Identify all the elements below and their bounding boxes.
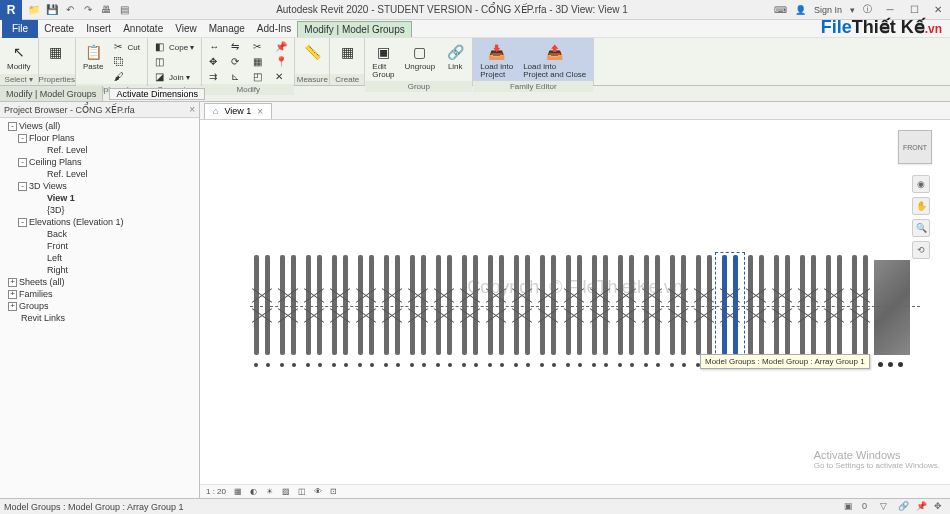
gate-segment[interactable] <box>718 255 742 365</box>
array-button[interactable]: ▦ <box>250 55 268 69</box>
paste-button[interactable]: 📋 Paste <box>80 40 106 73</box>
status-select-icon[interactable]: ▣ <box>844 501 856 513</box>
tree-expand-icon[interactable]: + <box>8 290 17 299</box>
tree-item[interactable]: -3D Views <box>0 180 199 192</box>
trim-button[interactable]: ⊾ <box>228 70 246 84</box>
gate-segment[interactable] <box>692 255 716 365</box>
gate-segment[interactable] <box>588 255 612 365</box>
modify-button[interactable]: ↖ Modify <box>4 40 34 73</box>
hide-icon[interactable]: 👁 <box>314 487 324 497</box>
detail-level-icon[interactable]: ▦ <box>234 487 244 497</box>
tab-view[interactable]: View <box>169 21 203 36</box>
minimize-button[interactable]: ─ <box>878 0 902 20</box>
tree-item[interactable]: -Floor Plans <box>0 132 199 144</box>
pin-button[interactable]: 📌 <box>272 40 290 54</box>
maximize-button[interactable]: ☐ <box>902 0 926 20</box>
tree-item[interactable]: +Sheets (all) <box>0 276 199 288</box>
canvas-tab-view1[interactable]: ⌂ View 1 × <box>204 103 272 119</box>
gate-segment[interactable] <box>328 255 352 365</box>
properties-button[interactable]: ▦ <box>43 40 69 64</box>
tree-item[interactable]: Right <box>0 264 199 276</box>
drawing-canvas[interactable]: FRONT ◉ ✋ 🔍 ⟲ Model Groups : Model Group… <box>200 120 950 484</box>
tree-item[interactable]: +Families <box>0 288 199 300</box>
info-icon[interactable]: ⓘ <box>863 3 872 16</box>
gate-end-panel[interactable] <box>874 255 914 365</box>
measure-button[interactable]: 📏 <box>299 40 325 64</box>
qat-redo-icon[interactable]: ↷ <box>82 4 94 16</box>
project-browser-close-icon[interactable]: × <box>189 104 195 115</box>
link-button[interactable]: 🔗Link <box>442 40 468 73</box>
tab-manage[interactable]: Manage <box>203 21 251 36</box>
cut-button[interactable]: ✂Cut <box>111 40 143 54</box>
tree-item[interactable]: Back <box>0 228 199 240</box>
tree-expand-icon[interactable]: - <box>18 158 27 167</box>
load-into-project-button[interactable]: 📥Load into Project <box>477 40 516 81</box>
gate-segment[interactable] <box>484 255 508 365</box>
status-link-icon[interactable]: 🔗 <box>898 501 910 513</box>
gate-segment[interactable] <box>614 255 638 365</box>
nav-wheel-icon[interactable]: ◉ <box>912 175 930 193</box>
tree-item[interactable]: View 1 <box>0 192 199 204</box>
tree-item[interactable]: Ref. Level <box>0 168 199 180</box>
tree-item[interactable]: Ref. Level <box>0 144 199 156</box>
activate-dimensions-button[interactable]: Activate Dimensions <box>109 88 205 100</box>
load-close-button[interactable]: 📤Load into Project and Close <box>520 40 589 81</box>
tree-expand-icon[interactable]: - <box>8 122 17 131</box>
delete-button[interactable]: ✕ <box>272 70 290 84</box>
tab-modify-model-groups[interactable]: Modify | Model Groups <box>297 21 411 37</box>
gate-segment[interactable] <box>302 255 326 365</box>
help-icon[interactable]: ▾ <box>850 5 855 15</box>
gate-segment[interactable] <box>640 255 664 365</box>
qat-undo-icon[interactable]: ↶ <box>64 4 76 16</box>
tree-expand-icon[interactable]: + <box>8 302 17 311</box>
rotate-button[interactable]: ⟳ <box>228 55 246 69</box>
tab-create[interactable]: Create <box>38 21 80 36</box>
gate-segment[interactable] <box>458 255 482 365</box>
gate-segment[interactable] <box>822 255 846 365</box>
gate-segment[interactable] <box>354 255 378 365</box>
tree-item[interactable]: -Elevations (Elevation 1) <box>0 216 199 228</box>
status-pin-icon[interactable]: 📌 <box>916 501 928 513</box>
tree-expand-icon[interactable]: - <box>18 182 27 191</box>
move-button[interactable]: ✥ <box>206 55 224 69</box>
edit-group-button[interactable]: ▣Edit Group <box>369 40 397 81</box>
tab-insert[interactable]: Insert <box>80 21 117 36</box>
tree-item[interactable]: +Groups <box>0 300 199 312</box>
keyboard-icon[interactable]: ⌨ <box>774 5 787 15</box>
gate-segment[interactable] <box>848 255 872 365</box>
status-filter-icon[interactable]: ▽ <box>880 501 892 513</box>
mirror-button[interactable]: ⇋ <box>228 40 246 54</box>
tree-item[interactable]: -Views (all) <box>0 120 199 132</box>
copy-button[interactable]: ⿻ <box>111 55 143 69</box>
view-cube[interactable]: FRONT <box>898 130 932 164</box>
tree-item[interactable]: -Ceiling Plans <box>0 156 199 168</box>
cut-geom-button[interactable]: ◫ <box>152 55 197 69</box>
close-button[interactable]: ✕ <box>926 0 950 20</box>
crop-icon[interactable]: ◫ <box>298 487 308 497</box>
signin-label[interactable]: Sign In <box>814 5 842 15</box>
tree-item[interactable]: Front <box>0 240 199 252</box>
tree-item[interactable]: Left <box>0 252 199 264</box>
visual-style-icon[interactable]: ◐ <box>250 487 260 497</box>
tab-annotate[interactable]: Annotate <box>117 21 169 36</box>
ungroup-button[interactable]: ▢Ungroup <box>402 40 439 73</box>
align-button[interactable]: ↔ <box>206 40 224 54</box>
qat-open-icon[interactable]: 📁 <box>28 4 40 16</box>
gate-segment[interactable] <box>666 255 690 365</box>
shadows-icon[interactable]: ▨ <box>282 487 292 497</box>
gate-segment[interactable] <box>406 255 430 365</box>
qat-print-icon[interactable]: 🖶 <box>100 4 112 16</box>
tab-addins[interactable]: Add-Ins <box>251 21 297 36</box>
unpin-button[interactable]: 📍 <box>272 55 290 69</box>
tree-expand-icon[interactable]: + <box>8 278 17 287</box>
gate-segment[interactable] <box>562 255 586 365</box>
gate-segment[interactable] <box>380 255 404 365</box>
gate-segment[interactable] <box>250 255 274 365</box>
tree-item[interactable]: Revit Links <box>0 312 199 324</box>
nav-pan-icon[interactable]: ✋ <box>912 197 930 215</box>
scale-button[interactable]: ◰ <box>250 70 268 84</box>
project-browser-tree[interactable]: -Views (all)-Floor PlansRef. Level-Ceili… <box>0 118 199 498</box>
cope-button[interactable]: ◧Cope ▾ <box>152 40 197 54</box>
signin-icon[interactable]: 👤 <box>795 5 806 15</box>
gate-segment[interactable] <box>510 255 534 365</box>
